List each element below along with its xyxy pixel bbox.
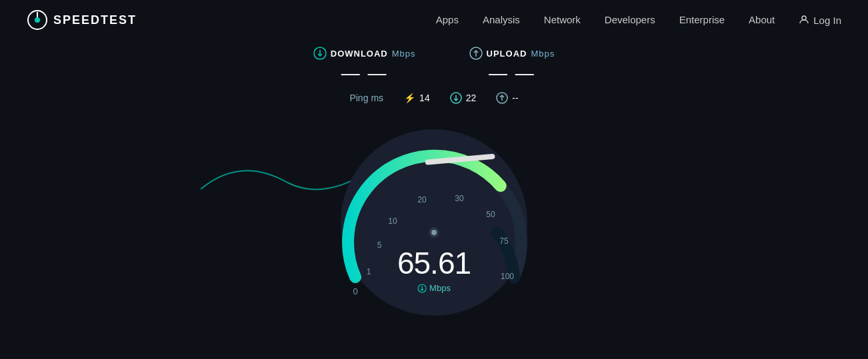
nav-item-analysis[interactable]: Analysis [483,14,520,26]
ping-label: Ping ms [349,93,383,103]
speedometer-wrapper: 0 1 5 10 20 30 50 75 100 [307,109,561,322]
nav-links: Apps Analysis Network Developers Enterpr… [436,14,841,26]
download-ping-metric: 22 [450,92,477,104]
scale-100: 100 [501,272,514,281]
jitter-metric: ⚡ 14 [403,92,430,104]
ping-row: Ping ms ⚡ 14 22 -- [349,92,518,104]
svg-point-2 [35,17,40,23]
navigation: SPEEDTEST Apps Analysis Network Develope… [0,0,868,40]
download-label: DOWNLOAD Mbps [313,47,416,60]
download-icon [313,47,327,60]
upload-icon [469,47,483,60]
speedometer: 0 1 5 10 20 30 50 75 100 [321,109,547,316]
scale-75: 75 [499,236,509,246]
main-content: DOWNLOAD Mbps — — UPLOAD Mbps — — Ping m… [0,40,868,322]
download-ping-icon [450,92,462,104]
download-value: — — [341,63,388,84]
upload-label: UPLOAD Mbps [469,47,555,60]
scale-10: 10 [388,216,397,226]
logo-text: SPEEDTEST [53,13,137,27]
login-button[interactable]: Log In [799,15,841,26]
svg-point-3 [802,16,806,20]
nav-item-about[interactable]: About [749,14,775,26]
scale-0: 0 [353,286,357,296]
upload-ping-icon [496,92,508,104]
top-stats: DOWNLOAD Mbps — — UPLOAD Mbps — — [313,47,555,84]
speed-unit-icon [417,284,427,293]
scale-20: 20 [417,195,427,204]
scale-5: 5 [377,240,382,250]
upload-value: — — [489,63,535,84]
nav-item-apps[interactable]: Apps [436,14,459,26]
speed-value: 65.61 [397,245,471,281]
scale-1: 1 [367,267,371,276]
user-icon [799,15,809,25]
nav-item-developers[interactable]: Developers [605,14,655,26]
scale-50: 50 [486,210,495,219]
jitter-icon: ⚡ [403,92,415,104]
scale-30: 30 [455,194,464,203]
download-stat: DOWNLOAD Mbps — — [313,47,416,84]
speed-unit: Mbps [417,283,451,293]
logo[interactable]: SPEEDTEST [27,9,137,31]
logo-icon [27,9,48,31]
nav-item-network[interactable]: Network [544,14,581,26]
upload-ping-metric: -- [496,92,518,104]
nav-item-enterprise[interactable]: Enterprise [679,14,725,26]
upload-stat: UPLOAD Mbps — — [469,47,555,84]
